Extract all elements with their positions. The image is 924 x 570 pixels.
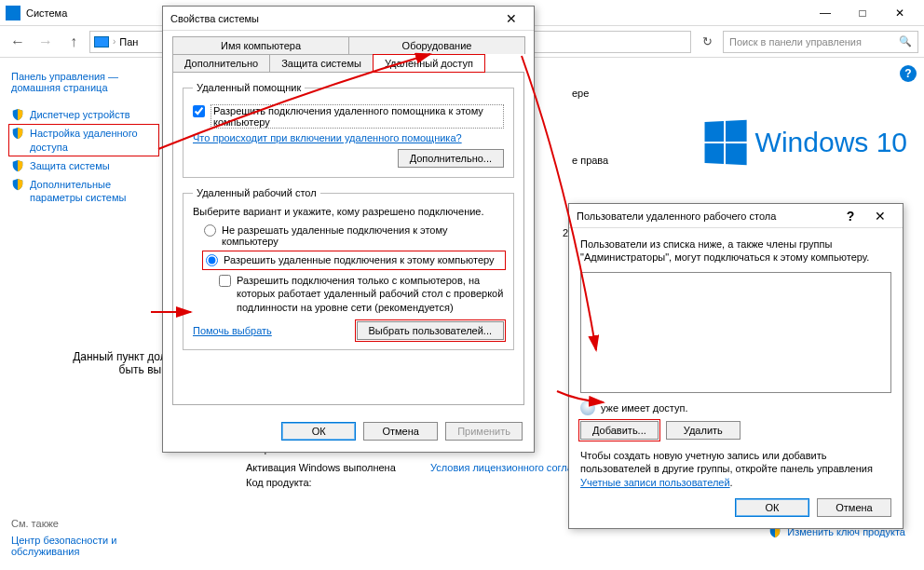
users-listbox[interactable] <box>580 272 891 394</box>
ok-button[interactable]: ОК <box>735 498 809 517</box>
help-button[interactable]: ? <box>836 205 865 227</box>
already-label: уже имеет доступ. <box>601 402 688 414</box>
sidebar-item-system-protection[interactable]: Защита системы <box>11 159 156 172</box>
rdu-description: Пользователи из списка ниже, а также чле… <box>580 238 891 265</box>
rd-allow-radio[interactable] <box>206 254 218 266</box>
heading-fragment: ере <box>572 88 589 99</box>
sidebar: Панель управления — домашняя страница Ди… <box>0 58 168 570</box>
rd-nla-label: Разрешить подключения только с компьютер… <box>237 274 504 314</box>
shield-icon <box>11 159 24 172</box>
cancel-button[interactable]: Отмена <box>817 498 891 517</box>
close-button[interactable]: ✕ <box>496 7 526 30</box>
system-icon <box>6 6 20 20</box>
see-also-header: См. также <box>11 518 156 529</box>
rd-legend: Удаленный рабочий стол <box>193 187 320 198</box>
tab-system-protection[interactable]: Защита системы <box>269 54 374 72</box>
ok-button[interactable]: ОК <box>281 422 356 441</box>
forward-button[interactable]: → <box>34 30 58 54</box>
sidebar-item-label: Настройка удаленного доступа <box>30 127 156 154</box>
minimize-button[interactable]: ― <box>807 0 844 26</box>
already-has-access: уже имеет доступ. <box>580 400 891 415</box>
shield-icon <box>11 127 24 140</box>
remove-button[interactable]: Удалить <box>666 421 741 440</box>
chevron-icon: › <box>113 36 116 47</box>
sidebar-item-label: Диспетчер устройств <box>30 108 130 121</box>
rd-prompt: Выберите вариант и укажите, кому разреше… <box>193 206 504 217</box>
user-icon <box>580 400 595 415</box>
sidebar-item-label: Защита системы <box>30 159 110 172</box>
product-key-label: Код продукта: <box>246 477 423 488</box>
rights-fragment: е права <box>572 155 608 166</box>
ra-help-link[interactable]: Что происходит при включении удаленного … <box>193 132 462 143</box>
dialog-button-row: ОК Отмена Применить <box>163 414 534 452</box>
windows-10-text: Windows 10 <box>755 127 907 158</box>
breadcrumb[interactable]: Пан <box>119 36 138 48</box>
remote-desktop-users-dialog: Пользователи удаленного рабочего стола ?… <box>568 203 904 529</box>
help-icon[interactable]: ? <box>900 65 917 82</box>
rd-help-link[interactable]: Помочь выбрать <box>193 325 272 336</box>
add-button[interactable]: Добавить... <box>580 421 659 440</box>
tab-computer-name[interactable]: Имя компьютера <box>172 36 349 54</box>
ra-advanced-button[interactable]: Дополнительно... <box>398 149 504 168</box>
sidebar-item-device-manager[interactable]: Диспетчер устройств <box>11 108 156 121</box>
cancel-button[interactable]: Отмена <box>363 422 438 441</box>
activation-status: Активация Windows выполнена <box>246 462 423 473</box>
search-icon: 🔍 <box>899 35 912 48</box>
system-properties-dialog: Свойства системы ✕ Имя компьютера Оборуд… <box>162 6 535 453</box>
search-input[interactable]: Поиск в панели управления 🔍 <box>723 31 918 53</box>
rd-deny-label: Не разрешать удаленные подключения к это… <box>222 224 504 247</box>
tab-strip: Имя компьютера Оборудование Дополнительн… <box>172 36 524 72</box>
up-button[interactable]: ↑ <box>61 30 86 54</box>
rdu-hint: Чтобы создать новую учетную запись или д… <box>580 449 891 489</box>
see-also-link[interactable]: Центр безопасности и обслуживания <box>11 535 116 557</box>
remote-assistance-group: Удаленный помощник Разрешить подключения… <box>183 82 514 178</box>
tab-hardware[interactable]: Оборудование <box>348 36 525 54</box>
rdu-hint-text: Чтобы создать новую учетную запись или д… <box>580 450 873 474</box>
rd-nla-checkbox[interactable] <box>219 275 231 287</box>
back-button[interactable]: ← <box>6 30 30 54</box>
cp-title: Система <box>26 7 67 19</box>
select-users-button[interactable]: Выбрать пользователей... <box>357 321 505 340</box>
close-button[interactable]: ✕ <box>865 205 895 227</box>
rd-allow-label: Разрешить удаленные подключения к этому … <box>224 254 495 265</box>
ra-allow-label: Разрешить подключения удаленного помощни… <box>211 104 504 129</box>
tab-remote[interactable]: Удаленный доступ <box>373 54 485 73</box>
apply-button[interactable]: Применить <box>445 422 523 441</box>
shield-icon <box>11 178 24 191</box>
remote-desktop-group: Удаленный рабочий стол Выберите вариант … <box>183 187 514 350</box>
rd-deny-radio[interactable] <box>204 224 216 237</box>
refresh-button[interactable]: ↻ <box>695 30 719 54</box>
sidebar-item-advanced-settings[interactable]: Дополнительные параметры системы <box>11 178 156 205</box>
search-placeholder: Поиск в панели управления <box>729 36 862 48</box>
tab-advanced[interactable]: Дополнительно <box>172 54 270 72</box>
windows-10-logo: Windows 10 <box>703 121 907 164</box>
sidebar-home[interactable]: Панель управления — домашняя страница <box>11 71 156 93</box>
maximize-button[interactable]: □ <box>844 0 881 26</box>
user-accounts-link[interactable]: Учетные записи пользователей <box>580 477 730 488</box>
dialog-title: Свойства системы <box>170 13 496 24</box>
close-button[interactable]: ✕ <box>881 0 918 26</box>
ra-allow-checkbox[interactable] <box>193 105 205 117</box>
remote-tab-panel: Удаленный помощник Разрешить подключения… <box>172 72 524 405</box>
dialog-title: Пользователи удаленного рабочего стола <box>577 210 836 222</box>
ra-legend: Удаленный помощник <box>193 82 305 93</box>
shield-icon <box>11 108 24 121</box>
monitor-icon <box>94 36 109 48</box>
sidebar-item-label: Дополнительные параметры системы <box>30 178 156 205</box>
dialog-titlebar: Пользователи удаленного рабочего стола ?… <box>569 204 903 228</box>
sidebar-item-remote-settings[interactable]: Настройка удаленного доступа <box>11 127 156 154</box>
dialog-titlebar: Свойства системы ✕ <box>163 7 534 31</box>
